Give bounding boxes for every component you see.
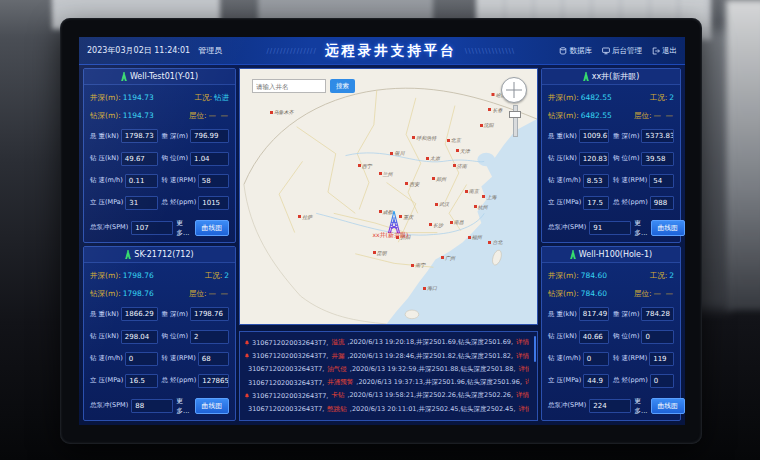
- zoom-handle[interactable]: [509, 111, 521, 118]
- city-dot-icon: [474, 205, 477, 208]
- admin-button[interactable]: 后台管理: [602, 46, 642, 56]
- alarm-detail-link[interactable]: 详情: [516, 352, 529, 361]
- curve-chart-button[interactable]: 曲线图: [195, 220, 229, 236]
- alarm-detail-text: ,2020/6/13 19:37:13,井深2501.96,钻头深度2501.9…: [356, 378, 522, 387]
- city-marker[interactable]: 北京: [447, 137, 461, 143]
- map-pan-control[interactable]: [501, 77, 527, 103]
- city-marker[interactable]: 福州: [468, 234, 482, 240]
- city-marker[interactable]: 兰州: [379, 171, 393, 177]
- active-well-marker[interactable]: xx井(新井眼): [386, 211, 402, 237]
- bit-depth: 钻深(m):6482.55: [548, 111, 612, 121]
- city-label: 呼和浩特: [416, 135, 436, 141]
- well-panel-header[interactable]: Well-H100(Hole-1): [542, 247, 680, 263]
- more-link[interactable]: 更多...: [634, 218, 647, 238]
- city-dot-icon: [423, 287, 426, 290]
- pump-stroke-value: 224: [589, 399, 631, 413]
- city-label: 杭州: [478, 204, 488, 210]
- work-condition: 工况:2: [650, 271, 674, 281]
- alarm-scrollbar[interactable]: [534, 336, 536, 362]
- curve-chart-button[interactable]: 曲线图: [195, 398, 229, 414]
- well-search-input[interactable]: [252, 79, 326, 93]
- derrick-icon: [583, 72, 589, 81]
- pump-stroke-label: 总泵冲(SPM): [90, 223, 128, 232]
- well-panel: SK-21712(712) 井深(m):1798.76 工况:2 钻深(m):1…: [83, 246, 236, 421]
- city-marker[interactable]: 昆明: [373, 250, 387, 256]
- city-marker[interactable]: 西安: [405, 181, 419, 187]
- alarm-row: 3106712020032643T7,油气侵,2020/6/13 19:32:5…: [245, 365, 529, 374]
- field-wob: 钻 压(kN)40.66: [548, 330, 609, 344]
- well-panel-header[interactable]: SK-21712(712): [84, 247, 235, 263]
- field-tvd: 垂 深(m)5373.83: [613, 129, 674, 143]
- city-marker[interactable]: 南京: [465, 188, 479, 194]
- alarm-detail-text: ,2020/6/13 20:11:01,井深2502.45,钻头深度2502.4…: [350, 405, 516, 414]
- well-depth: 井深(m):6482.55: [548, 93, 612, 103]
- city-marker[interactable]: 海口: [423, 285, 437, 291]
- well-panel-header[interactable]: xx井(新井眼): [542, 69, 680, 85]
- city-label: 南昌: [454, 219, 464, 225]
- more-link[interactable]: 更多...: [176, 218, 191, 238]
- alarm-detail-text: ,2020/6/13 19:32:59,井深2501.88,钻头深度2501.8…: [350, 365, 516, 374]
- search-button[interactable]: 搜索: [330, 79, 355, 93]
- city-marker[interactable]: 太原: [426, 155, 440, 161]
- city-marker[interactable]: 济南: [453, 163, 467, 169]
- alarm-row: 3106712020032643T7,井漏,2020/6/13 19:28:46…: [245, 352, 529, 361]
- alarm-bell-icon: [245, 353, 249, 359]
- alarm-row: 3106712020032643T7,溢流,2020/6/13 19:20:18…: [245, 338, 529, 347]
- more-link[interactable]: 更多...: [634, 396, 647, 416]
- well-panel-header[interactable]: Well-Test01(Y-01): [84, 69, 235, 85]
- field-tvd: 垂 深(m)784.28: [613, 307, 674, 321]
- city-marker[interactable]: 沈阳: [480, 122, 494, 128]
- map-canvas[interactable]: 搜索 乌鲁木齐: [239, 68, 538, 325]
- alarm-row: 3106712020032643T7,井涌预警,2020/6/13 19:37:…: [245, 378, 529, 387]
- city-label: 长沙: [433, 222, 443, 228]
- alarm-detail-link[interactable]: 详情: [525, 378, 529, 387]
- city-marker[interactable]: 乌鲁木齐: [270, 109, 294, 115]
- alarm-detail-link[interactable]: 详情: [516, 391, 529, 400]
- city-marker[interactable]: 武汉: [435, 201, 449, 207]
- map-zoom-slider[interactable]: [510, 105, 520, 118]
- background-strip: [726, 0, 760, 310]
- city-marker[interactable]: 呼和浩特: [412, 135, 436, 141]
- city-marker[interactable]: 天津: [456, 148, 470, 154]
- exit-button[interactable]: 退出: [652, 46, 677, 56]
- field-spp: 立 压(MPa)31: [90, 196, 158, 210]
- exit-icon: [652, 47, 660, 55]
- alarm-detail-link[interactable]: 详情: [516, 338, 529, 347]
- alarm-detail-text: ,2020/6/13 19:20:18,井深2501.69,钻头深度2501.6…: [347, 338, 513, 347]
- city-marker[interactable]: 上海: [482, 194, 496, 200]
- pump-stroke-label: 总泵冲(SPM): [90, 401, 128, 410]
- alarm-detail-link[interactable]: 详情: [518, 365, 529, 374]
- field-hook-pos: 钩 位(m)1.04: [162, 152, 230, 166]
- more-link[interactable]: 更多...: [176, 396, 191, 416]
- curve-chart-button[interactable]: 曲线图: [651, 398, 685, 414]
- well-derrick-icon: [386, 211, 402, 233]
- field-rpm: 转 速(RPM)58: [162, 174, 230, 188]
- city-marker[interactable]: 长沙: [429, 222, 443, 228]
- city-marker[interactable]: 杭州: [474, 204, 488, 210]
- city-marker[interactable]: 西宁: [358, 163, 372, 169]
- curve-chart-button[interactable]: 曲线图: [651, 220, 685, 236]
- city-dot-icon: [488, 241, 491, 244]
- city-marker[interactable]: 银川: [390, 150, 404, 156]
- field-rop: 钻 速(m/h)0: [548, 352, 609, 366]
- city-marker[interactable]: 拉萨: [298, 214, 312, 220]
- city-marker[interactable]: 郑州: [432, 176, 446, 182]
- city-dot-icon: [492, 93, 495, 96]
- field-spp: 立 压(MPa)44.9: [548, 374, 609, 388]
- well-depth: 井深(m):784.60: [548, 271, 607, 281]
- alarm-detail-text: ,2020/6/13 19:58:21,井深2502.26,钻头深度2502.2…: [347, 391, 513, 400]
- city-label: 乌鲁木齐: [274, 109, 294, 115]
- city-marker[interactable]: 台北: [488, 239, 502, 245]
- alarm-list: 3106712020032643T7,溢流,2020/6/13 19:20:18…: [239, 331, 538, 421]
- database-button[interactable]: 数据库: [559, 46, 592, 56]
- city-label: 拉萨: [302, 214, 312, 220]
- city-marker[interactable]: 长春: [488, 107, 502, 113]
- city-marker[interactable]: 广州: [441, 255, 455, 261]
- alarm-detail-link[interactable]: 详情: [518, 405, 529, 414]
- city-label: 昆明: [377, 250, 387, 256]
- city-dot-icon: [480, 124, 483, 127]
- field-wob: 钻 压(kN)49.67: [90, 152, 158, 166]
- page-title: 远程录井支持平台: [325, 42, 457, 60]
- city-marker[interactable]: 南宁: [411, 262, 425, 268]
- city-marker[interactable]: 南昌: [450, 219, 464, 225]
